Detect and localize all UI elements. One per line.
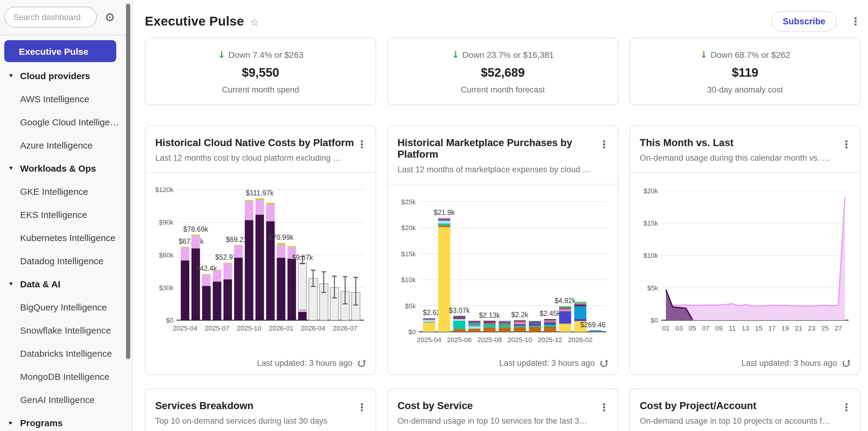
chevron-right-icon[interactable]: ▸ bbox=[6, 419, 16, 426]
area-chart: $0$5k$10k$15k$20k01030507091113151719212… bbox=[635, 177, 855, 342]
svg-text:$15k: $15k bbox=[643, 219, 658, 227]
favorite-star-icon[interactable]: ☆ bbox=[250, 16, 259, 28]
kpi-delta: ↓ Down 7.4% or $263 bbox=[218, 49, 303, 60]
sidebar-item-gke-intelligence[interactable]: GKE Intelligence bbox=[0, 180, 132, 203]
sidebar-item-mongodb-intelligence[interactable]: MongoDB Intelligence bbox=[0, 365, 132, 388]
card-kebab-menu-icon[interactable]: ⋮ bbox=[599, 140, 609, 150]
svg-text:27: 27 bbox=[835, 325, 842, 332]
last-updated-text: Last updated: 3 hours ago bbox=[741, 359, 837, 368]
kpi-card-anomaly-cost: ↓ Down 68.7% or $262 $119 30-day anomaly… bbox=[629, 38, 861, 105]
sidebar-divider bbox=[0, 35, 132, 35]
chevron-down-icon[interactable]: ▾ bbox=[6, 71, 16, 80]
sidebar-item-aws-intelligence[interactable]: AWS Intelligence bbox=[0, 87, 132, 110]
app-root: ⚙ Executive Pulse ▾Cloud providersAWS In… bbox=[0, 0, 868, 431]
refresh-icon[interactable] bbox=[842, 359, 850, 367]
sidebar-item-label: Cloud providers bbox=[20, 70, 90, 81]
sidebar-item-databricks-intelligence[interactable]: Databricks Intelligence bbox=[0, 341, 132, 365]
svg-text:2025-10: 2025-10 bbox=[507, 336, 532, 344]
svg-text:$15k: $15k bbox=[401, 250, 416, 258]
sidebar-item-label: GKE Intelligence bbox=[20, 186, 88, 196]
sidebar-item-datadog-intelligence[interactable]: Datadog Intelligence bbox=[0, 249, 132, 272]
card-header: Historical Marketplace Purchases by Plat… bbox=[388, 126, 618, 174]
sidebar-item-google-cloud-intellige[interactable]: Google Cloud Intellige… bbox=[0, 110, 132, 133]
card-title: Historical Marketplace Purchases by Plat… bbox=[398, 137, 608, 160]
sidebar-item-label: Programs bbox=[20, 417, 63, 428]
card-kebab-menu-icon[interactable]: ⋮ bbox=[357, 402, 367, 413]
svg-text:$3.07k: $3.07k bbox=[449, 307, 470, 314]
subscribe-button[interactable]: Subscribe bbox=[771, 11, 837, 32]
svg-text:$70.99k: $70.99k bbox=[269, 234, 294, 241]
sidebar-item-genai-intelligence[interactable]: GenAI Intelligence bbox=[0, 388, 132, 411]
svg-text:2025-04: 2025-04 bbox=[173, 325, 197, 332]
sidebar: ⚙ Executive Pulse ▾Cloud providersAWS In… bbox=[0, 0, 133, 431]
chart-canvas-cloud-native-costs[interactable]: $0$30k$60k$90k$120k$67.54k2025-04$78.69k… bbox=[150, 177, 371, 342]
svg-text:$60k: $60k bbox=[159, 251, 174, 259]
refresh-icon[interactable] bbox=[357, 359, 366, 367]
sidebar-scrollbar[interactable] bbox=[126, 4, 130, 359]
card-title: Cost by Project/Account bbox=[640, 400, 850, 411]
card-kebab-menu-icon[interactable]: ⋮ bbox=[841, 402, 851, 413]
kpi-caption: 30-day anomaly cost bbox=[707, 85, 783, 94]
svg-text:$2.2k: $2.2k bbox=[511, 311, 529, 319]
gear-icon[interactable]: ⚙ bbox=[105, 11, 115, 23]
svg-text:$111.97k: $111.97k bbox=[246, 189, 274, 197]
sidebar-item-label: BigQuery Intelligence bbox=[20, 302, 107, 312]
card-kebab-menu-icon[interactable]: ⋮ bbox=[841, 140, 851, 150]
card-header: Services Breakdown Top 10 on-demand serv… bbox=[146, 389, 376, 426]
card-title: Services Breakdown bbox=[155, 400, 366, 411]
sidebar-item-label: AWS Intelligence bbox=[20, 93, 89, 104]
sidebar-item-executive-pulse[interactable]: Executive Pulse bbox=[4, 40, 116, 62]
svg-text:$269.46: $269.46 bbox=[580, 321, 606, 329]
card-title: This Month vs. Last bbox=[640, 137, 850, 149]
svg-text:2026-02: 2026-02 bbox=[568, 336, 593, 344]
card-header: Cost by Project/Account On-demand usage … bbox=[630, 389, 860, 426]
svg-text:2025-10: 2025-10 bbox=[237, 325, 261, 332]
svg-text:19: 19 bbox=[781, 325, 789, 332]
card-divider bbox=[388, 184, 618, 184]
sidebar-item-label: EKS Intelligence bbox=[20, 209, 87, 219]
sidebar-item-cloud-providers[interactable]: ▾Cloud providers bbox=[0, 64, 132, 87]
svg-text:$20k: $20k bbox=[401, 224, 416, 232]
sidebar-item-bigquery-intelligence[interactable]: BigQuery Intelligence bbox=[0, 295, 132, 318]
svg-text:2026-07: 2026-07 bbox=[333, 325, 358, 332]
card-subtitle: On-demand usage during this calendar mon… bbox=[640, 153, 850, 162]
svg-text:$2.13k: $2.13k bbox=[479, 311, 500, 319]
sidebar-item-azure-intelligence[interactable]: Azure Intelligence bbox=[0, 133, 132, 156]
chevron-down-icon[interactable]: ▾ bbox=[6, 280, 16, 288]
sidebar-item-label: Azure Intelligence bbox=[20, 140, 93, 150]
card-subtitle: On-demand usage in top 10 services for t… bbox=[398, 417, 608, 426]
down-arrow-icon: ↓ bbox=[452, 49, 459, 60]
svg-text:09: 09 bbox=[715, 325, 722, 332]
refresh-icon[interactable] bbox=[599, 359, 608, 367]
svg-text:2025-04: 2025-04 bbox=[417, 336, 441, 344]
chart-canvas-month-vs-last[interactable]: $0$5k$10k$15k$20k01030507091113151719212… bbox=[635, 177, 855, 342]
header-kebab-menu-icon[interactable]: ⋮ bbox=[850, 16, 861, 27]
kpi-delta: ↓ Down 68.7% or $262 bbox=[700, 49, 790, 60]
chart-canvas-marketplace-purchases[interactable]: $0$5k$10k$15k$20k$25k$2.62k2025-04$21.9k… bbox=[393, 188, 613, 354]
card-footer: Last updated: 3 hours ago bbox=[257, 359, 366, 368]
card-footer: Last updated: 3 hours ago bbox=[499, 359, 608, 368]
card-kebab-menu-icon[interactable]: ⋮ bbox=[599, 402, 609, 413]
sidebar-item-programs[interactable]: ▸Programs bbox=[0, 411, 132, 431]
sidebar-item-eks-intelligence[interactable]: EKS Intelligence bbox=[0, 203, 132, 226]
card-kebab-menu-icon[interactable]: ⋮ bbox=[357, 140, 367, 150]
card-divider bbox=[146, 172, 376, 173]
svg-text:2025-08: 2025-08 bbox=[477, 336, 502, 344]
last-updated-text: Last updated: 3 hours ago bbox=[499, 359, 595, 368]
card-header: Cost by Service On-demand usage in top 1… bbox=[388, 389, 618, 426]
svg-text:$0: $0 bbox=[408, 328, 416, 336]
svg-text:05: 05 bbox=[689, 325, 696, 332]
svg-text:$10k: $10k bbox=[643, 252, 658, 259]
sidebar-item-workloads-ops[interactable]: ▾Workloads & Ops bbox=[0, 156, 132, 180]
sidebar-item-data-ai[interactable]: ▾Data & AI bbox=[0, 272, 132, 295]
kpi-caption: Current month spend bbox=[222, 85, 299, 94]
search-input[interactable] bbox=[4, 7, 97, 27]
svg-text:$0: $0 bbox=[651, 316, 658, 324]
sidebar-item-kubernetes-intelligence[interactable]: Kubernetes Intelligence bbox=[0, 226, 132, 249]
chevron-down-icon[interactable]: ▾ bbox=[6, 164, 16, 172]
card-header: Historical Cloud Native Costs by Platfor… bbox=[146, 126, 376, 162]
svg-text:$0: $0 bbox=[166, 316, 174, 324]
sidebar-item-snowflake-intelligence[interactable]: Snowflake Intelligence bbox=[0, 318, 132, 341]
page-header: Executive Pulse ☆ Subscribe ⋮ bbox=[145, 0, 861, 34]
card-historical-cloud-native-costs: Historical Cloud Native Costs by Platfor… bbox=[145, 125, 376, 375]
